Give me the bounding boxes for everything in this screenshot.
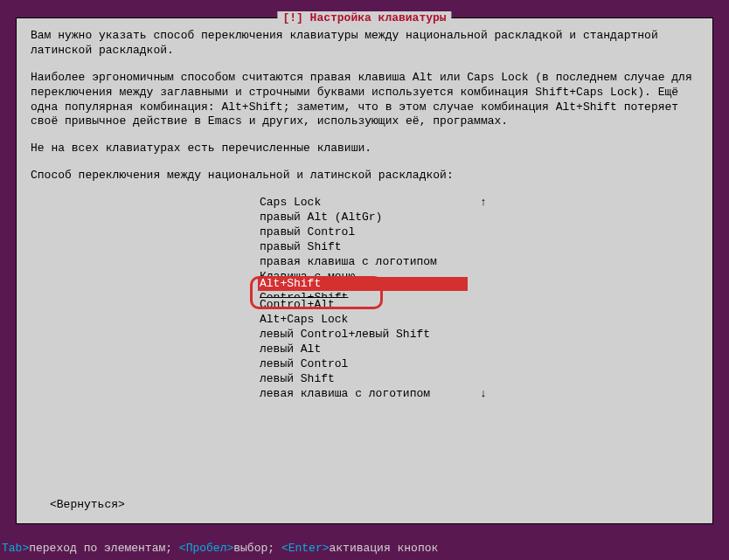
option-right-control[interactable]: правый Control — [258, 225, 476, 240]
option-right-shift[interactable]: правый Shift — [258, 240, 476, 255]
instruction-para-2: Наиболее эргономичным способом считаются… — [31, 71, 698, 130]
back-button[interactable]: <Вернуться> — [50, 498, 125, 513]
option-right-logo[interactable]: правая клавиша с логотипом — [258, 255, 476, 270]
option-caps-lock[interactable]: Caps Lock — [258, 196, 476, 211]
instruction-para-3: Не на всех клавиатурах есть перечисленны… — [31, 142, 698, 156]
option-left-alt[interactable]: левый Alt — [258, 342, 476, 357]
prompt-label: Способ переключения между национальной и… — [31, 169, 698, 183]
option-control-alt[interactable]: Control+Alt — [258, 298, 476, 313]
scroll-down-indicator: ↓ — [480, 387, 487, 402]
scroll-up-indicator: ↑ — [480, 196, 487, 211]
help-enter-key: <Enter> — [274, 542, 329, 555]
options-list: ↑ Caps Lock правый Alt (AltGr) правый Co… — [258, 196, 476, 402]
option-menu-key[interactable]: Клавиша с меню — [258, 270, 476, 277]
option-left-shift[interactable]: левый Shift — [258, 372, 476, 387]
option-left-control[interactable]: левый Control — [258, 357, 476, 372]
help-bar: Tab>переход по элементам; <Пробел>выбор;… — [2, 542, 438, 557]
dialog-title: [!] Настройка клавиатуры — [277, 11, 451, 26]
help-enter-text: активация кнопок — [330, 542, 439, 555]
option-left-logo[interactable]: левая клавиша с логотипом — [258, 387, 476, 402]
help-tab-key: Tab> — [2, 542, 29, 555]
option-control-shift[interactable]: Control+Shift — [258, 291, 476, 298]
instruction-para-1: Вам нужно указать способ переключения кл… — [31, 29, 698, 59]
dialog-content: Вам нужно указать способ переключения кл… — [17, 18, 712, 412]
option-alt-shift[interactable]: Alt+Shift — [258, 277, 468, 292]
help-space-text: выбор; — [233, 542, 274, 555]
keyboard-config-dialog: [!] Настройка клавиатуры Вам нужно указа… — [16, 17, 713, 524]
option-left-ctrl-shift[interactable]: левый Control+левый Shift — [258, 328, 476, 342]
help-space-key: <Пробел> — [172, 542, 233, 555]
option-alt-caps[interactable]: Alt+Caps Lock — [258, 313, 476, 328]
help-tab-text: переход по элементам; — [29, 542, 172, 555]
option-right-alt[interactable]: правый Alt (AltGr) — [258, 211, 476, 225]
